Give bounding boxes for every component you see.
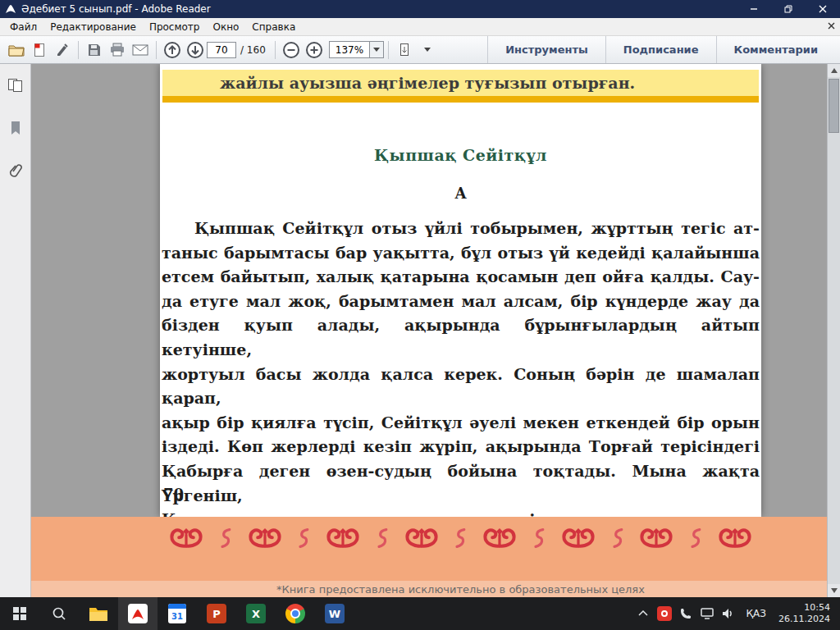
start-button[interactable] [0, 597, 39, 630]
clock-time: 10:54 [804, 602, 830, 614]
create-pdf-button[interactable] [28, 39, 51, 61]
arrow-down-circle-icon [186, 41, 204, 59]
taskbar-search-button[interactable] [39, 597, 79, 630]
kazakh-ornament-small-icon [372, 526, 392, 550]
minimize-button[interactable] [737, 0, 771, 18]
zoom-out-button[interactable] [280, 39, 303, 61]
powerpoint-button[interactable]: P [197, 597, 236, 630]
chevron-down-icon [373, 48, 380, 52]
close-icon [819, 5, 827, 13]
restore-icon [784, 5, 792, 13]
close-button[interactable] [806, 0, 840, 18]
page-display-mode-button[interactable] [393, 39, 416, 61]
menu-bar: Файл Редактирование Просмотр Окно Справк… [0, 18, 840, 36]
zoom-in-button[interactable] [303, 39, 326, 61]
network-button[interactable] [696, 597, 718, 630]
more-tools-dropdown-button[interactable] [416, 39, 439, 61]
toolbar-separator [78, 41, 79, 59]
main-toolbar: / 160 137% Инструменты Подписание Коммен… [0, 36, 840, 64]
body-line: бізден қуып алады, ақырында бұрынғыларды… [162, 313, 760, 362]
tab-comments[interactable]: Комментарии [716, 36, 835, 63]
floppy-save-icon [87, 43, 102, 57]
email-button[interactable] [129, 39, 152, 61]
triangle-up-icon [831, 68, 838, 73]
kazakh-ornament-icon [160, 525, 212, 551]
zoom-dropdown-button[interactable] [369, 42, 383, 57]
highlight-text: жайлы ауызша әңгімелер туғызып отырған. [162, 74, 635, 92]
tab-sign[interactable]: Подписание [605, 36, 716, 63]
word-button[interactable]: W [315, 597, 354, 630]
print-button[interactable] [106, 39, 129, 61]
body-line: Қыпшақ Сейітқұл отыз үйлі тобырымен, жұр… [162, 217, 760, 241]
zoom-level-value: 137% [330, 42, 369, 57]
menu-help[interactable]: Справка [245, 20, 302, 34]
minus-circle-icon [282, 41, 300, 59]
system-tray: ҚАЗ 10:54 26.11.2024 [632, 597, 840, 630]
previous-page-button[interactable] [161, 39, 184, 61]
title-bar: Әдебиет 5 сынып.pdf - Adobe Reader [0, 0, 840, 18]
body-line: жортуыл басы жолда қалса керек. Соның бә… [162, 363, 760, 411]
scroll-up-button[interactable] [828, 64, 840, 77]
language-indicator[interactable]: ҚАЗ [739, 597, 774, 630]
body-line: Қабырға деген өзен-судың бойына тоқтады.… [162, 459, 760, 508]
adobe-reader-icon [128, 604, 148, 623]
tray-red-app-button[interactable] [654, 597, 675, 630]
menu-view[interactable]: Просмотр [143, 20, 207, 34]
page-number-input[interactable] [207, 42, 236, 58]
menu-window[interactable]: Окно [206, 20, 245, 34]
windows-logo-icon [13, 607, 26, 620]
clock-date: 26.11.2024 [778, 614, 830, 625]
section-letter: А [160, 185, 761, 202]
arrow-up-circle-icon [163, 41, 181, 59]
volume-button[interactable] [718, 597, 739, 630]
save-button[interactable] [83, 39, 106, 61]
printer-icon [109, 43, 126, 57]
phone-icon [679, 607, 692, 620]
word-icon: W [325, 604, 345, 623]
phone-link-button[interactable] [675, 597, 696, 630]
open-folder-icon [8, 43, 25, 57]
taskbar-clock[interactable]: 10:54 26.11.2024 [774, 597, 840, 630]
pages-panel-icon [7, 78, 24, 93]
next-page-button[interactable] [184, 39, 207, 61]
network-icon [701, 608, 714, 619]
envelope-icon [132, 44, 148, 56]
chrome-icon [285, 604, 305, 623]
menu-file[interactable]: Файл [3, 20, 43, 34]
close-x-icon [828, 22, 835, 30]
file-explorer-button[interactable] [79, 597, 118, 630]
create-pdf-icon [32, 43, 47, 57]
speaker-icon [722, 608, 735, 619]
disclaimer-strip: *Книга предоставлена исключительно в обр… [31, 581, 827, 597]
tab-tools[interactable]: Инструменты [487, 36, 605, 63]
kazakh-ornament-icon [630, 525, 682, 551]
open-file-button[interactable] [5, 39, 28, 61]
page-thumbnails-button[interactable] [6, 75, 25, 95]
sign-button[interactable] [51, 39, 74, 61]
page-canvas[interactable]: жайлы ауызша әңгімелер туғызып отырған. … [31, 64, 827, 597]
bookmarks-button[interactable] [6, 118, 25, 138]
chevron-down-icon [424, 48, 431, 52]
pen-icon [55, 43, 70, 57]
menubar-close-button[interactable] [828, 22, 835, 30]
adobe-reader-app-icon[interactable] [5, 4, 16, 14]
chevron-up-icon [638, 610, 648, 617]
excel-button[interactable]: X [236, 597, 276, 630]
menu-edit[interactable]: Редактирование [43, 20, 143, 34]
attachments-button[interactable] [6, 161, 25, 180]
zoom-level-combobox[interactable]: 137% [329, 41, 384, 58]
hidden-icons-button[interactable] [632, 597, 654, 630]
scroll-down-button[interactable] [828, 584, 840, 597]
vertical-scrollbar[interactable] [827, 64, 840, 597]
toolbar-separator [275, 41, 276, 59]
restore-button[interactable] [771, 0, 806, 18]
windows-taskbar: 31 P X W [0, 597, 840, 630]
scrollbar-thumb[interactable] [829, 79, 839, 133]
paperclip-icon [9, 163, 22, 178]
adobe-reader-taskbar-button[interactable] [118, 597, 158, 630]
scroll-mode-icon [397, 43, 412, 57]
calendar-app-button[interactable]: 31 [158, 597, 197, 630]
chrome-button[interactable] [276, 597, 315, 630]
document-view: жайлы ауызша әңгімелер туғызып отырған. … [0, 64, 840, 597]
adobe-reader-window: Әдебиет 5 сынып.pdf - Adobe Reader Файл … [0, 0, 840, 630]
